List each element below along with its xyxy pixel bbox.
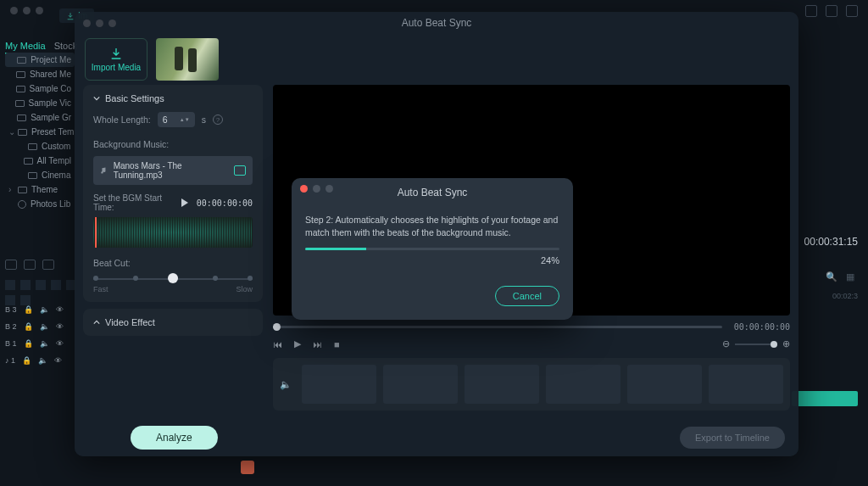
abs-footer: Analyze Export to Timeline [75, 419, 798, 456]
slider-end-labels: Fast Slow [93, 285, 253, 293]
import-media-button[interactable]: Import Media [85, 38, 147, 81]
bgm-start-row: Set the BGM Start Time: 00:00:00:00 [93, 193, 253, 212]
zoom-in-icon: 🔍 [826, 271, 837, 283]
sidebar-item[interactable]: All Templ [5, 154, 75, 168]
abs-title: Auto Beat Sync [402, 17, 472, 29]
zoom-control[interactable]: ⊖ ⊕ [722, 338, 790, 349]
zoom-in-icon[interactable]: ⊕ [782, 338, 790, 349]
sidebar-item[interactable]: Sample Co [5, 81, 75, 96]
whole-length-label: Whole Length: [93, 115, 151, 125]
export-to-timeline-button: Export to Timeline [680, 427, 785, 449]
clip-slot[interactable] [383, 365, 458, 404]
transport-controls: ⏮ ▶ ⏭ ■ ⊖ ⊕ [273, 338, 790, 349]
sidebar-item[interactable]: Sample Gr [5, 110, 75, 125]
modal-title: Auto Beat Sync [305, 187, 559, 198]
sidebar-item[interactable]: Project Me [5, 53, 75, 67]
modal-traffic-lights[interactable] [300, 185, 333, 193]
waveform-cursor[interactable] [95, 217, 97, 248]
speaker-icon[interactable]: 🔈 [280, 379, 292, 390]
folder-icon [16, 86, 25, 92]
stop-button[interactable]: ■ [334, 339, 340, 349]
chevron-right-icon [93, 319, 100, 326]
bgm-label: Background Music: [93, 139, 169, 149]
clip-thumbnail[interactable] [156, 38, 219, 81]
sidebar-item[interactable]: Sample Vic [5, 96, 75, 110]
clip-slot[interactable] [302, 365, 376, 404]
sidebar-item[interactable]: ›Theme [5, 182, 75, 197]
unit-label: s [202, 115, 206, 125]
sidebar-item[interactable]: ⌄Preset Tem [5, 125, 75, 139]
basic-settings-header[interactable]: Basic Settings [93, 93, 253, 103]
progress-modal: Auto Beat Sync Step 2: Automatically cho… [292, 178, 573, 320]
import-icon [109, 47, 123, 60]
progress-fill [305, 248, 366, 250]
video-effect-section[interactable]: Video Effect [83, 309, 263, 336]
track-header[interactable]: B 3🔒🔈👁 [5, 305, 64, 314]
beat-cut-slider[interactable] [93, 277, 253, 282]
prev-button[interactable]: ⏮ [273, 339, 282, 349]
next-button[interactable]: ⏭ [313, 339, 322, 349]
whole-length-input[interactable]: 6 ▲▼ [158, 112, 195, 127]
video-effect-header[interactable]: Video Effect [93, 317, 253, 327]
host-sidebar-bottom-icons[interactable] [5, 260, 54, 270]
abs-traffic-lights[interactable] [83, 20, 116, 27]
abs-side-panel: Basic Settings Whole Length: 6 ▲▼ s ? Ba… [83, 85, 263, 411]
import-media-label: Import Media [92, 63, 141, 72]
help-icon[interactable]: ? [213, 115, 223, 125]
abs-media-strip: Import Media [75, 34, 798, 85]
playhead-scissors-icon[interactable] [241, 461, 254, 474]
folder-icon [17, 115, 26, 121]
beat-cut-label: Beat Cut: [93, 258, 253, 268]
progress-bar [305, 248, 559, 250]
close-icon[interactable] [300, 185, 308, 193]
slider-thumb[interactable] [168, 273, 178, 283]
track-header[interactable]: B 2🔒🔈👁 [5, 322, 64, 331]
host-timeline-ruler-time: 00:02:3 [832, 292, 858, 300]
waveform[interactable] [93, 217, 253, 248]
clip-slot[interactable] [546, 365, 620, 404]
sidebar-item[interactable]: Photos Lib [5, 197, 75, 211]
folder-icon[interactable] [234, 165, 246, 176]
clip-slot[interactable] [627, 365, 702, 404]
stepper-icon[interactable]: ▲▼ [180, 118, 190, 122]
host-track-headers: B 3🔒🔈👁B 2🔒🔈👁B 1🔒🔈👁♪ 1🔒🔈👁 [5, 305, 64, 365]
folder-icon [17, 57, 26, 64]
bgm-file-box[interactable]: Manos Mars - The Tunning.mp3 [93, 156, 253, 185]
bgm-filename: Manos Mars - The Tunning.mp3 [114, 161, 230, 180]
folder-icon [28, 143, 37, 150]
host-timecode: 00:00:31:15 [804, 236, 858, 248]
clip-slot[interactable] [465, 365, 539, 404]
scrub-row: 00:00:00:00 [273, 322, 790, 332]
folder-icon [16, 71, 25, 78]
host-tool-rail[interactable] [5, 280, 76, 305]
scrub-knob[interactable] [273, 323, 281, 331]
track-header[interactable]: ♪ 1🔒🔈👁 [5, 356, 64, 365]
progress-percent: 24% [305, 255, 559, 265]
track-header[interactable]: B 1🔒🔈👁 [5, 339, 64, 348]
cancel-button[interactable]: Cancel [495, 286, 559, 306]
analyze-button[interactable]: Analyze [131, 426, 218, 450]
play-icon[interactable] [181, 198, 188, 207]
sidebar-item[interactable]: Cinema [5, 168, 75, 182]
host-audio-clip[interactable] [792, 391, 858, 406]
host-topbar-icons [805, 5, 858, 17]
modal-description: Step 2: Automatically chooses the highli… [305, 214, 559, 239]
play-button[interactable]: ▶ [294, 338, 301, 349]
gear-icon [18, 200, 26, 209]
sidebar-item[interactable]: Custom [5, 139, 75, 154]
zoom-out-icon[interactable]: ⊖ [722, 338, 730, 349]
sidebar-item[interactable]: Shared Me [5, 67, 75, 81]
bgm-label-row: Background Music: [93, 139, 253, 149]
bgm-start-timecode: 00:00:00:00 [197, 198, 253, 208]
whole-length-row: Whole Length: 6 ▲▼ s ? [93, 112, 253, 127]
folder-icon [15, 100, 25, 107]
preview-timecode: 00:00:00:00 [734, 322, 790, 332]
host-sidebar: Project MeShared MeSample CoSample VicSa… [5, 53, 75, 211]
folder-icon [18, 129, 27, 136]
chevron-down-icon [93, 95, 100, 102]
music-note-icon [100, 166, 108, 175]
scrub-bar[interactable] [273, 326, 722, 328]
host-timeline-tools[interactable]: 🔍▦ [826, 271, 858, 283]
timeline-grid-icon: ▦ [846, 271, 858, 283]
clip-slot[interactable] [709, 365, 783, 404]
